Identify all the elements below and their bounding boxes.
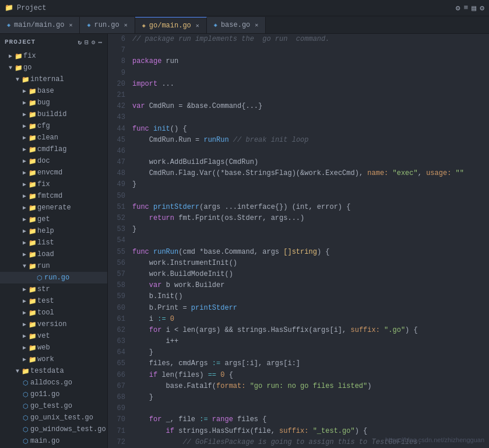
sidebar-item-tool[interactable]: ▶📁tool <box>0 307 107 318</box>
sidebar-item-alldocs-go[interactable]: ⬡alldocs.go <box>0 377 107 388</box>
code-line: work.InstrumentInit() <box>132 258 487 269</box>
sidebar-item-test[interactable]: ▶📁test <box>0 295 107 307</box>
sidebar-item-get[interactable]: ▶📁get <box>0 214 107 225</box>
line-number: 69 <box>112 403 125 414</box>
code-line: i := 0 <box>132 314 487 325</box>
sidebar-item-go[interactable]: ▼ 📁 go <box>0 62 107 74</box>
sidebar-header: Project ↻ ⊟ ⚙ ⋯ <box>0 34 107 50</box>
sidebar-item-doc[interactable]: ▶📁doc <box>0 155 107 167</box>
tree-arrow: ▶ <box>21 344 28 351</box>
sidebar-item-label: go <box>23 64 107 72</box>
sidebar-item-fix[interactable]: ▶📁fix <box>0 178 107 190</box>
sync-icon[interactable]: ↻ <box>78 38 83 46</box>
sidebar-item-run[interactable]: ▼📁run <box>0 260 107 272</box>
sidebar-item-load[interactable]: ▶📁load <box>0 249 107 260</box>
line-number: 60 <box>112 303 125 314</box>
code-line: work.AddBuildFlags(CmdRun) <box>132 157 487 168</box>
sidebar-item-work[interactable]: ▶📁work <box>0 354 107 365</box>
tab-go-main-go[interactable]: ◈ go/main.go ✕ <box>135 17 207 33</box>
sidebar-item-label: envcmd <box>37 169 107 177</box>
more-icon[interactable]: ⋯ <box>98 38 103 46</box>
gear-icon[interactable]: ⚙ <box>92 38 96 46</box>
tab-close-icon[interactable]: ✕ <box>69 22 72 29</box>
sidebar-item-fix[interactable]: ▶ 📁 fix <box>0 50 107 62</box>
token-plain: CmdRun <box>149 135 174 146</box>
token-plain <box>132 347 149 358</box>
folder-icon: 📁 <box>28 262 37 270</box>
sidebar-item-help[interactable]: ▶📁help <box>0 225 107 237</box>
sidebar-item-vet[interactable]: ▶📁vet <box>0 330 107 342</box>
editor[interactable]: 6789202142434445464748495051525354555657… <box>108 34 489 448</box>
line-number: 56 <box>112 258 125 269</box>
sidebar-item-bug[interactable]: ▶📁bug <box>0 97 107 108</box>
sidebar-item-label: internal <box>30 75 107 83</box>
sidebar-item-go_test-go[interactable]: ⬡go_test.go <box>0 400 107 412</box>
code-line: var b work.Builder <box>132 280 487 291</box>
sidebar-item-label: run <box>37 262 107 270</box>
sidebar-item-fmtcmd[interactable]: ▶📁fmtcmd <box>0 190 107 202</box>
sidebar-item-str[interactable]: ▶📁str <box>0 284 107 295</box>
sidebar-item-cfg[interactable]: ▶📁cfg <box>0 120 107 132</box>
sidebar-item-label: fix <box>37 180 107 188</box>
code-line: b.Init() <box>132 291 487 302</box>
token-plain: ) { <box>355 426 368 437</box>
tab-close-icon[interactable]: ✕ <box>255 22 258 29</box>
folder-icon: 📁 <box>28 134 37 142</box>
code-line: CmdRun.Flag.Var((*base.StringsFlag)(&wor… <box>132 168 487 179</box>
token-plain <box>132 381 166 392</box>
code-line <box>132 112 487 123</box>
layout-icon[interactable]: ▤ <box>472 4 476 13</box>
sidebar-item-go_windows_test-go[interactable]: ⬡go_windows_test.go <box>0 424 107 435</box>
code-line: // package run implements the go run com… <box>132 34 487 45</box>
token-plain: strings.HasSuffix(file, <box>178 426 279 437</box>
go-file-icon: ⬡ <box>21 426 30 433</box>
line-number: 49 <box>112 179 125 190</box>
sidebar-item-label: version <box>37 320 107 328</box>
sidebar-item-go11-go[interactable]: ⬡go11.go <box>0 388 107 400</box>
sidebar-item-envcmd[interactable]: ▶📁envcmd <box>0 167 107 178</box>
line-number: 58 <box>112 280 125 291</box>
sidebar-item-cmdflag[interactable]: ▶📁cmdflag <box>0 144 107 155</box>
tab-main-main-go[interactable]: ◈ main/main.go ✕ <box>0 17 80 33</box>
tree-arrow: ▶ <box>7 52 14 60</box>
line-number: 53 <box>112 224 125 235</box>
sidebar-item-run-go[interactable]: ⬡run.go <box>0 272 107 284</box>
sidebar-item-internal[interactable]: ▼ 📁 internal <box>0 74 107 85</box>
config-icon[interactable]: ⚙ <box>480 4 484 13</box>
tab-run-go[interactable]: ◈ run.go ✕ <box>80 17 135 33</box>
sidebar-item-clean[interactable]: ▶📁clean <box>0 132 107 144</box>
token-str: ".go" <box>384 325 405 336</box>
token-fn: printStderr <box>191 303 237 314</box>
line-number: 44 <box>112 124 125 135</box>
sidebar-item-testdata[interactable]: ▼📁testdata <box>0 365 107 377</box>
sidebar-item-generate[interactable]: ▶📁generate <box>0 202 107 214</box>
tree-arrow: ▶ <box>21 99 28 106</box>
tree-arrow: ▶ <box>21 181 28 188</box>
settings-icon[interactable]: ⚙ <box>456 4 460 13</box>
sidebar-item-version[interactable]: ▶📁version <box>0 318 107 330</box>
code-line: import ... <box>132 79 487 90</box>
tab-close-icon[interactable]: ✕ <box>124 22 128 29</box>
sidebar-item-label: clean <box>37 134 107 142</box>
token-kw <box>132 280 149 291</box>
token-op: := <box>199 414 212 425</box>
tree-arrow: ▶ <box>21 88 28 94</box>
token-plain: = <box>174 101 187 112</box>
sidebar-item-go_unix_test-go[interactable]: ⬡go_unix_test.go <box>0 412 107 424</box>
sidebar-item-base[interactable]: ▶📁base <box>0 85 107 97</box>
sidebar-item-web[interactable]: ▶📁web <box>0 342 107 354</box>
sidebar-item-list[interactable]: ▶📁list <box>0 237 107 249</box>
sidebar-item-label: list <box>37 239 107 247</box>
tab-close-icon[interactable]: ✕ <box>196 22 199 29</box>
folder-icon: 📁 <box>28 298 37 305</box>
token-plain: () { <box>170 124 187 135</box>
line-number: 66 <box>112 370 125 381</box>
tab-base-go[interactable]: ◈ base.go ✕ <box>207 17 266 33</box>
menu-icon[interactable]: ≡ <box>464 4 469 13</box>
sidebar-item-main-go[interactable]: ⬡main.go <box>0 435 107 447</box>
token-kw: package <box>132 56 166 67</box>
token-str: "" <box>456 168 464 179</box>
sidebar-item-buildid[interactable]: ▶📁buildid <box>0 108 107 120</box>
collapse-icon[interactable]: ⊟ <box>85 38 89 46</box>
token-plain: .AddBuildFlags( <box>166 157 229 168</box>
